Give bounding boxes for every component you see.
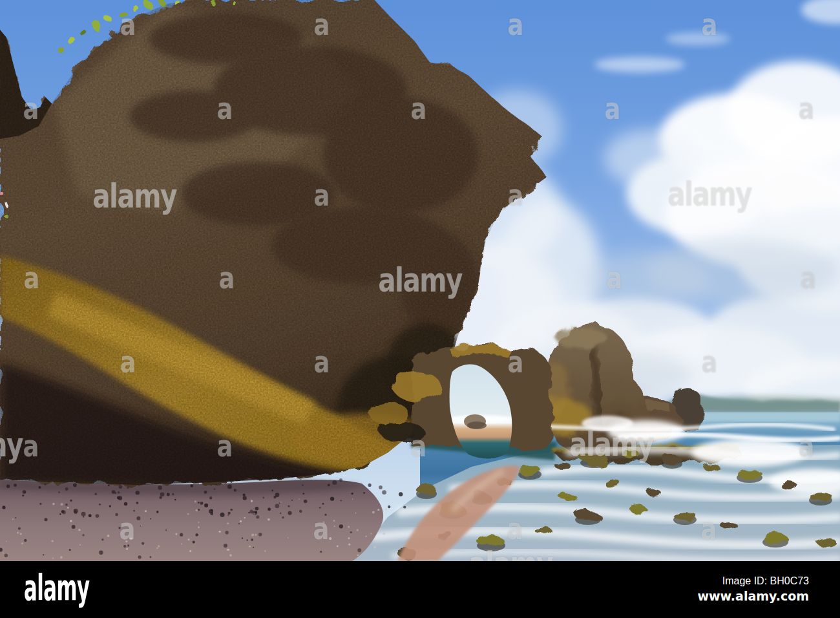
footer-info: Image ID: BH0C73 www.alamy.com <box>697 575 809 603</box>
alamy-stock-photo-page: alamyalamyalamyalamyalamyalamyaaaaaaaaaa… <box>0 0 840 618</box>
alamy-logo: alamy <box>24 570 90 606</box>
image-id-text: Image ID: BH0C73 <box>697 575 809 587</box>
beach-sand <box>0 478 406 561</box>
beach-scene-illustration <box>0 0 840 561</box>
footer-bar: alamy Image ID: BH0C73 www.alamy.com <box>0 561 840 618</box>
stock-photo: alamyalamyalamyalamyalamyalamyaaaaaaaaaa… <box>0 0 840 561</box>
website-text: www.alamy.com <box>697 589 809 604</box>
